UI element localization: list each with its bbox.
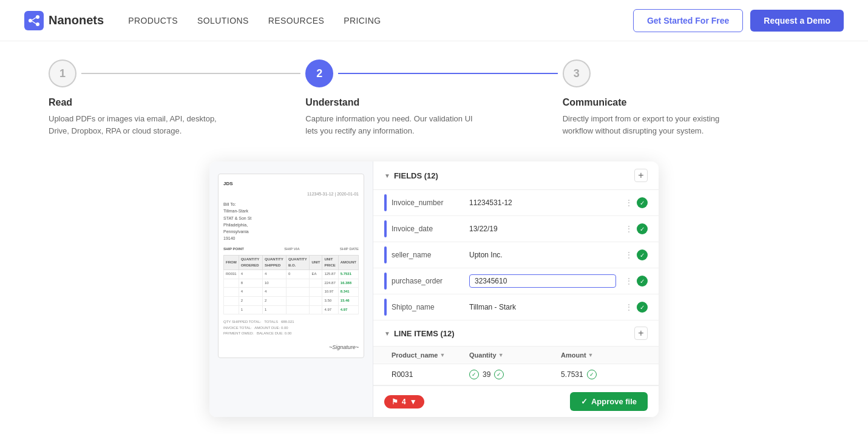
purchase-order-input[interactable]: 32345610 bbox=[469, 274, 616, 288]
field-actions: ⋮ bbox=[625, 276, 648, 287]
step-1-title: Read bbox=[49, 97, 72, 108]
field-row-seller-name: seller_name Upton Inc. ⋮ bbox=[373, 242, 659, 268]
dropdown-icon: ▼ bbox=[588, 352, 594, 358]
nav-resources[interactable]: RESOURCES bbox=[268, 16, 324, 25]
amount-cell: 5.7531 bbox=[561, 370, 648, 379]
step-1-desc: Upload PDFs or images via email, API, de… bbox=[49, 113, 219, 137]
col-quantity-header: Quantity ▼ bbox=[469, 351, 556, 359]
invoice-header: JDS bbox=[223, 180, 359, 188]
chevron-down-icon: ▼ bbox=[410, 398, 417, 406]
invoice-document: JDS 112345-31-12 | 2020-01-01 Bill To: T… bbox=[218, 174, 364, 358]
get-started-button[interactable]: Get Started For Free bbox=[633, 9, 743, 32]
amount-check-icon bbox=[587, 370, 597, 379]
line-item-row: R0031 39 5.7531 bbox=[373, 364, 659, 385]
svg-point-1 bbox=[29, 19, 32, 22]
check-icon bbox=[637, 249, 648, 260]
invoice-address: Bill To: Tillman-Stark STAT & Son St Phi… bbox=[223, 201, 359, 242]
panel-footer: ⚑ 4 ▼ ✓ Approve file bbox=[373, 385, 659, 417]
invoice-footer: QTY SHIPPED TOTAL: TOTALS 688.021 INVOIC… bbox=[223, 319, 359, 337]
svg-point-2 bbox=[36, 15, 39, 19]
approve-button[interactable]: ✓ Approve file bbox=[570, 392, 648, 411]
more-options-icon[interactable]: ⋮ bbox=[625, 302, 633, 312]
demo-wrapper: JDS 112345-31-12 | 2020-01-01 Bill To: T… bbox=[209, 161, 659, 417]
line-items-section-header: ▼ LINE ITEMS (12) + bbox=[373, 320, 659, 347]
field-actions: ⋮ bbox=[625, 302, 648, 313]
line-items-title: ▼ LINE ITEMS (12) bbox=[384, 329, 455, 338]
table-row: 4410.978.341 bbox=[224, 288, 359, 297]
navbar-right: Get Started For Free Request a Demo bbox=[633, 9, 844, 32]
table-row: 223.5015.46 bbox=[224, 296, 359, 305]
fields-panel: ▼ FIELDS (12) + Invoice_number 11234531-… bbox=[373, 161, 659, 417]
logo-icon bbox=[24, 11, 44, 30]
step-2-title: Understand bbox=[305, 97, 359, 108]
col-amount-header: Amount ▼ bbox=[561, 351, 648, 359]
chevron-down-icon: ▼ bbox=[384, 172, 390, 179]
check-icon bbox=[637, 276, 648, 287]
more-options-icon[interactable]: ⋮ bbox=[625, 224, 633, 234]
step-3: 3 Communicate Directly import from or ex… bbox=[563, 59, 819, 137]
main-content: 1 Read Upload PDFs or images via email, … bbox=[0, 41, 868, 434]
step-3-circle: 3 bbox=[563, 59, 591, 87]
table-row: 810224.8716.388 bbox=[224, 279, 359, 288]
field-row-invoice-date: Invoice_date 13/22/19 ⋮ bbox=[373, 216, 659, 242]
ship-point-row: SHIP POINT SHIP VIA SHIP DATE bbox=[223, 246, 359, 253]
more-options-icon[interactable]: ⋮ bbox=[625, 198, 633, 208]
field-indicator bbox=[384, 194, 387, 211]
step-1-header: 1 bbox=[49, 59, 305, 87]
nav-solutions[interactable]: SOLUTIONS bbox=[197, 16, 249, 25]
check-icon bbox=[637, 302, 648, 313]
step-3-desc: Directly import from or export to your e… bbox=[563, 113, 733, 137]
svg-rect-0 bbox=[24, 11, 44, 30]
more-options-icon[interactable]: ⋮ bbox=[625, 276, 633, 286]
step-3-title: Communicate bbox=[563, 97, 627, 108]
fields-section-header: ▼ FIELDS (12) + bbox=[373, 161, 659, 190]
field-indicator bbox=[384, 220, 387, 237]
step-2-header: 2 bbox=[305, 59, 562, 87]
table-row: R0031440EA125.875.7531 bbox=[224, 270, 359, 279]
check-icon: ✓ bbox=[581, 397, 588, 406]
nav-products[interactable]: PRODUCTS bbox=[128, 16, 178, 25]
dropdown-icon: ▼ bbox=[498, 352, 504, 358]
fields-title: ▼ FIELDS (12) bbox=[384, 171, 438, 180]
step-1-line bbox=[81, 73, 300, 74]
step-1-circle: 1 bbox=[49, 59, 76, 87]
field-row-purchase-order: purchase_order 32345610 ⋮ bbox=[373, 268, 659, 294]
invoice-number: 112345-31-12 | 2020-01-01 bbox=[223, 191, 359, 197]
field-indicator bbox=[384, 299, 387, 316]
logo-text: Nanonets bbox=[49, 13, 104, 27]
add-line-item-button[interactable]: + bbox=[634, 327, 648, 340]
step-1: 1 Read Upload PDFs or images via email, … bbox=[49, 59, 305, 137]
request-demo-button[interactable]: Request a Demo bbox=[750, 10, 844, 32]
flag-badge: ⚑ 4 ▼ bbox=[384, 395, 424, 409]
step-2-line bbox=[338, 73, 557, 74]
step-2: 2 Understand Capture information you nee… bbox=[305, 59, 562, 137]
field-actions: ⋮ bbox=[625, 197, 648, 208]
chevron-down-icon: ▼ bbox=[384, 330, 390, 337]
step-3-header: 3 bbox=[563, 59, 819, 87]
field-actions: ⋮ bbox=[625, 249, 648, 260]
more-options-icon[interactable]: ⋮ bbox=[625, 250, 633, 260]
add-field-button[interactable]: + bbox=[634, 169, 648, 182]
field-indicator bbox=[384, 246, 387, 263]
step-2-circle: 2 bbox=[305, 59, 333, 87]
quantity-cell: 39 bbox=[469, 370, 556, 379]
invoice-signature: ~Signature~ bbox=[223, 343, 359, 351]
field-actions: ⋮ bbox=[625, 223, 648, 234]
field-row-shipto-name: Shipto_name Tillman - Stark ⋮ bbox=[373, 294, 659, 320]
nav-links: PRODUCTS SOLUTIONS RESOURCES PRICING bbox=[128, 16, 381, 25]
nav-pricing[interactable]: PRICING bbox=[344, 16, 381, 25]
check-icon bbox=[637, 197, 648, 208]
invoice-table: FROM QUANTITY ORDERED QUANTITY SHIPPED Q… bbox=[223, 255, 359, 314]
step-2-desc: Capture information you need. Our valida… bbox=[305, 113, 475, 137]
logo[interactable]: Nanonets bbox=[24, 11, 104, 30]
table-row: 114.974.97 bbox=[224, 305, 359, 314]
quantity-check-icon bbox=[469, 370, 479, 379]
field-row-invoice-number: Invoice_number 11234531-12 ⋮ bbox=[373, 190, 659, 216]
navbar-left: Nanonets PRODUCTS SOLUTIONS RESOURCES PR… bbox=[24, 11, 381, 30]
navbar: Nanonets PRODUCTS SOLUTIONS RESOURCES PR… bbox=[0, 0, 868, 41]
col-product-header: Product_name ▼ bbox=[392, 351, 464, 359]
steps-container: 1 Read Upload PDFs or images via email, … bbox=[49, 59, 819, 137]
check-icon bbox=[637, 223, 648, 234]
quantity-verified-icon bbox=[494, 370, 504, 379]
dropdown-icon: ▼ bbox=[439, 352, 445, 358]
